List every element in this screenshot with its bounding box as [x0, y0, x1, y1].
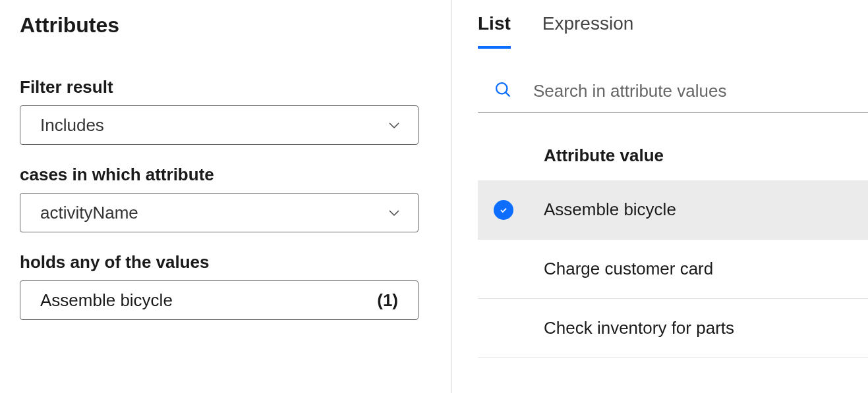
attribute-row[interactable]: Assemble bicycle	[478, 180, 868, 240]
attribute-label: Check inventory for parts	[544, 318, 734, 338]
attribute-value-header: Attribute value	[478, 145, 868, 166]
cases-attribute-label: cases in which attribute	[20, 165, 431, 185]
attribute-label: Assemble bicycle	[544, 199, 676, 220]
attributes-panel: Attributes Filter result Includes cases …	[0, 0, 451, 393]
tab-list[interactable]: List	[478, 13, 511, 49]
filter-result-label: Filter result	[20, 77, 431, 97]
chevron-down-icon	[386, 117, 402, 133]
attribute-label: Charge customer card	[544, 259, 713, 279]
holds-values-text: Assemble bicycle	[40, 290, 173, 311]
checkmark-icon	[494, 200, 513, 220]
holds-values-count: (1)	[377, 290, 398, 311]
tab-expression[interactable]: Expression	[542, 13, 634, 49]
cases-attribute-select[interactable]: activityName	[20, 193, 419, 232]
attribute-row[interactable]: Charge customer card	[478, 240, 868, 299]
values-panel: List Expression Attribute value Assemble…	[451, 0, 868, 393]
holds-values-box[interactable]: Assemble bicycle (1)	[20, 280, 419, 320]
cases-attribute-group: cases in which attribute activityName	[20, 165, 431, 232]
filter-result-group: Filter result Includes	[20, 77, 431, 145]
panel-title: Attributes	[20, 13, 431, 38]
holds-values-group: holds any of the values Assemble bicycle…	[20, 252, 431, 320]
holds-values-label: holds any of the values	[20, 252, 431, 273]
tabs: List Expression	[478, 13, 868, 49]
filter-result-select[interactable]: Includes	[20, 105, 419, 145]
search-icon	[494, 80, 512, 101]
svg-point-0	[496, 83, 507, 93]
svg-line-1	[506, 92, 509, 96]
chevron-down-icon	[386, 205, 402, 221]
search-bar	[478, 75, 868, 113]
cases-attribute-value: activityName	[40, 203, 138, 223]
filter-result-value: Includes	[40, 115, 104, 136]
attribute-row[interactable]: Check inventory for parts	[478, 299, 868, 358]
search-input[interactable]	[533, 81, 868, 101]
